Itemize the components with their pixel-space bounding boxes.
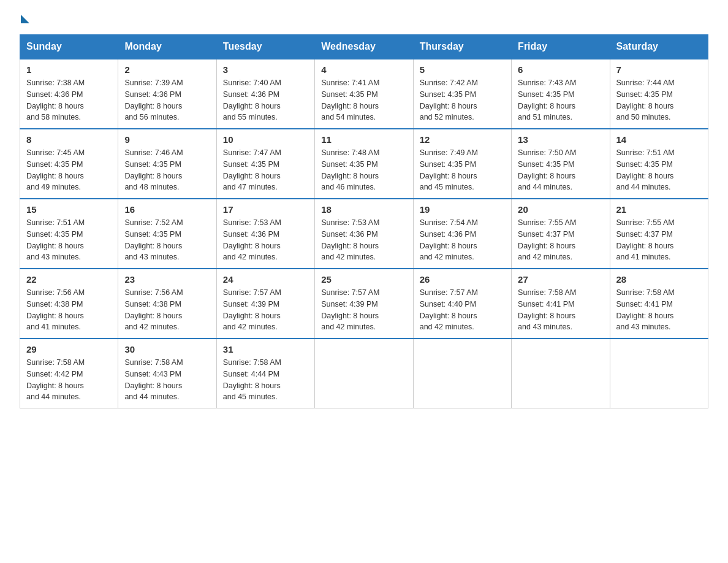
day-number: 20 <box>518 204 603 215</box>
page-header <box>20 15 708 25</box>
day-info: Sunrise: 7:39 AMSunset: 4:36 PMDaylight:… <box>124 77 210 123</box>
calendar-week-row: 22 Sunrise: 7:56 AMSunset: 4:38 PMDaylig… <box>20 269 708 339</box>
day-number: 13 <box>518 134 603 145</box>
day-number: 6 <box>518 64 603 75</box>
calendar-day-cell: 23 Sunrise: 7:56 AMSunset: 4:38 PMDaylig… <box>118 269 216 339</box>
day-info: Sunrise: 7:55 AMSunset: 4:37 PMDaylight:… <box>518 217 603 263</box>
calendar-day-cell: 11 Sunrise: 7:48 AMSunset: 4:35 PMDaylig… <box>315 129 413 199</box>
day-number: 3 <box>223 64 308 75</box>
day-info: Sunrise: 7:58 AMSunset: 4:44 PMDaylight:… <box>223 357 308 403</box>
day-number: 17 <box>223 204 308 215</box>
calendar-day-cell: 15 Sunrise: 7:51 AMSunset: 4:35 PMDaylig… <box>20 199 118 269</box>
calendar-day-cell: 25 Sunrise: 7:57 AMSunset: 4:39 PMDaylig… <box>315 269 413 339</box>
day-number: 28 <box>616 274 702 285</box>
day-number: 2 <box>124 64 210 75</box>
calendar-day-cell: 6 Sunrise: 7:43 AMSunset: 4:35 PMDayligh… <box>512 59 610 129</box>
calendar-day-cell: 28 Sunrise: 7:58 AMSunset: 4:41 PMDaylig… <box>610 269 708 339</box>
calendar-empty-cell <box>512 339 610 408</box>
day-number: 4 <box>321 64 406 75</box>
calendar-table: SundayMondayTuesdayWednesdayThursdayFrid… <box>20 34 708 408</box>
day-info: Sunrise: 7:44 AMSunset: 4:35 PMDaylight:… <box>616 77 702 123</box>
column-header-tuesday: Tuesday <box>216 35 314 59</box>
logo <box>20 15 29 25</box>
day-number: 1 <box>26 64 112 75</box>
day-number: 30 <box>124 344 210 354</box>
calendar-empty-cell <box>413 339 511 408</box>
calendar-day-cell: 18 Sunrise: 7:53 AMSunset: 4:36 PMDaylig… <box>315 199 413 269</box>
column-header-sunday: Sunday <box>20 35 118 59</box>
calendar-day-cell: 2 Sunrise: 7:39 AMSunset: 4:36 PMDayligh… <box>118 59 216 129</box>
day-info: Sunrise: 7:56 AMSunset: 4:38 PMDaylight:… <box>124 287 210 333</box>
day-number: 12 <box>420 134 505 145</box>
day-info: Sunrise: 7:58 AMSunset: 4:41 PMDaylight:… <box>518 287 603 333</box>
calendar-day-cell: 1 Sunrise: 7:38 AMSunset: 4:36 PMDayligh… <box>20 59 118 129</box>
calendar-day-cell: 31 Sunrise: 7:58 AMSunset: 4:44 PMDaylig… <box>216 339 314 408</box>
day-info: Sunrise: 7:51 AMSunset: 4:35 PMDaylight:… <box>616 147 702 193</box>
calendar-day-cell: 7 Sunrise: 7:44 AMSunset: 4:35 PMDayligh… <box>610 59 708 129</box>
day-number: 15 <box>26 204 112 215</box>
calendar-day-cell: 30 Sunrise: 7:58 AMSunset: 4:43 PMDaylig… <box>118 339 216 408</box>
day-number: 22 <box>26 274 112 285</box>
day-number: 7 <box>616 64 702 75</box>
day-number: 8 <box>26 134 112 145</box>
calendar-day-cell: 12 Sunrise: 7:49 AMSunset: 4:35 PMDaylig… <box>413 129 511 199</box>
day-info: Sunrise: 7:50 AMSunset: 4:35 PMDaylight:… <box>518 147 603 193</box>
calendar-day-cell: 26 Sunrise: 7:57 AMSunset: 4:40 PMDaylig… <box>413 269 511 339</box>
day-info: Sunrise: 7:42 AMSunset: 4:35 PMDaylight:… <box>420 77 505 123</box>
day-info: Sunrise: 7:58 AMSunset: 4:41 PMDaylight:… <box>616 287 702 333</box>
calendar-day-cell: 19 Sunrise: 7:54 AMSunset: 4:36 PMDaylig… <box>413 199 511 269</box>
day-info: Sunrise: 7:53 AMSunset: 4:36 PMDaylight:… <box>321 217 406 263</box>
day-number: 27 <box>518 274 603 285</box>
column-header-wednesday: Wednesday <box>315 35 413 59</box>
logo-arrow-icon <box>21 15 29 23</box>
day-number: 29 <box>26 344 112 354</box>
calendar-day-cell: 20 Sunrise: 7:55 AMSunset: 4:37 PMDaylig… <box>512 199 610 269</box>
column-header-saturday: Saturday <box>610 35 708 59</box>
day-number: 14 <box>616 134 702 145</box>
calendar-header-row: SundayMondayTuesdayWednesdayThursdayFrid… <box>20 35 708 59</box>
calendar-day-cell: 21 Sunrise: 7:55 AMSunset: 4:37 PMDaylig… <box>610 199 708 269</box>
day-info: Sunrise: 7:43 AMSunset: 4:35 PMDaylight:… <box>518 77 603 123</box>
day-number: 5 <box>420 64 505 75</box>
calendar-empty-cell <box>315 339 413 408</box>
day-info: Sunrise: 7:57 AMSunset: 4:40 PMDaylight:… <box>420 287 505 333</box>
calendar-week-row: 8 Sunrise: 7:45 AMSunset: 4:35 PMDayligh… <box>20 129 708 199</box>
day-info: Sunrise: 7:48 AMSunset: 4:35 PMDaylight:… <box>321 147 406 193</box>
day-info: Sunrise: 7:52 AMSunset: 4:35 PMDaylight:… <box>124 217 210 263</box>
calendar-day-cell: 3 Sunrise: 7:40 AMSunset: 4:36 PMDayligh… <box>216 59 314 129</box>
calendar-day-cell: 8 Sunrise: 7:45 AMSunset: 4:35 PMDayligh… <box>20 129 118 199</box>
day-number: 18 <box>321 204 406 215</box>
day-info: Sunrise: 7:45 AMSunset: 4:35 PMDaylight:… <box>26 147 112 193</box>
day-number: 16 <box>124 204 210 215</box>
day-info: Sunrise: 7:58 AMSunset: 4:43 PMDaylight:… <box>124 357 210 403</box>
calendar-week-row: 29 Sunrise: 7:58 AMSunset: 4:42 PMDaylig… <box>20 339 708 408</box>
day-number: 26 <box>420 274 505 285</box>
calendar-day-cell: 10 Sunrise: 7:47 AMSunset: 4:35 PMDaylig… <box>216 129 314 199</box>
day-number: 11 <box>321 134 406 145</box>
day-number: 9 <box>124 134 210 145</box>
day-info: Sunrise: 7:49 AMSunset: 4:35 PMDaylight:… <box>420 147 505 193</box>
column-header-friday: Friday <box>512 35 610 59</box>
calendar-day-cell: 9 Sunrise: 7:46 AMSunset: 4:35 PMDayligh… <box>118 129 216 199</box>
day-number: 31 <box>223 344 308 354</box>
calendar-day-cell: 17 Sunrise: 7:53 AMSunset: 4:36 PMDaylig… <box>216 199 314 269</box>
day-info: Sunrise: 7:38 AMSunset: 4:36 PMDaylight:… <box>26 77 112 123</box>
calendar-day-cell: 24 Sunrise: 7:57 AMSunset: 4:39 PMDaylig… <box>216 269 314 339</box>
day-info: Sunrise: 7:46 AMSunset: 4:35 PMDaylight:… <box>124 147 210 193</box>
day-number: 21 <box>616 204 702 215</box>
day-number: 25 <box>321 274 406 285</box>
column-header-monday: Monday <box>118 35 216 59</box>
day-info: Sunrise: 7:51 AMSunset: 4:35 PMDaylight:… <box>26 217 112 263</box>
calendar-day-cell: 13 Sunrise: 7:50 AMSunset: 4:35 PMDaylig… <box>512 129 610 199</box>
day-info: Sunrise: 7:41 AMSunset: 4:35 PMDaylight:… <box>321 77 406 123</box>
day-info: Sunrise: 7:57 AMSunset: 4:39 PMDaylight:… <box>223 287 308 333</box>
calendar-day-cell: 22 Sunrise: 7:56 AMSunset: 4:38 PMDaylig… <box>20 269 118 339</box>
day-info: Sunrise: 7:53 AMSunset: 4:36 PMDaylight:… <box>223 217 308 263</box>
calendar-day-cell: 16 Sunrise: 7:52 AMSunset: 4:35 PMDaylig… <box>118 199 216 269</box>
calendar-day-cell: 14 Sunrise: 7:51 AMSunset: 4:35 PMDaylig… <box>610 129 708 199</box>
calendar-day-cell: 27 Sunrise: 7:58 AMSunset: 4:41 PMDaylig… <box>512 269 610 339</box>
calendar-day-cell: 5 Sunrise: 7:42 AMSunset: 4:35 PMDayligh… <box>413 59 511 129</box>
day-info: Sunrise: 7:54 AMSunset: 4:36 PMDaylight:… <box>420 217 505 263</box>
day-number: 10 <box>223 134 308 145</box>
calendar-week-row: 1 Sunrise: 7:38 AMSunset: 4:36 PMDayligh… <box>20 59 708 129</box>
